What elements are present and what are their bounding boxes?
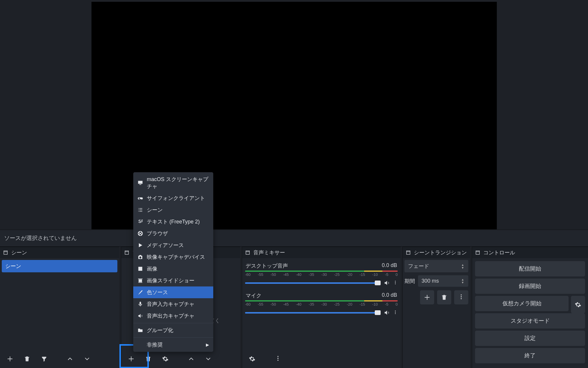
text-icon xyxy=(137,219,143,225)
duration-input[interactable]: 300 ms ▲▼ xyxy=(418,275,468,287)
duration-spinner[interactable]: ▲▼ xyxy=(461,278,465,284)
volume-slider[interactable] xyxy=(245,282,381,284)
context-menu-label: テキスト (FreeType 2) xyxy=(147,218,200,225)
start-virtual-cam-button[interactable]: 仮想カメラ開始 xyxy=(475,296,569,311)
remove-transition-button[interactable] xyxy=(437,290,451,304)
mixer-channel-name: マイク xyxy=(246,292,261,299)
channel-menu-icon[interactable] xyxy=(393,309,398,316)
dock-icon xyxy=(406,250,411,255)
context-menu-label: グループ化 xyxy=(147,327,173,334)
volume-slider[interactable] xyxy=(245,312,381,314)
mixer-meter xyxy=(245,300,398,301)
scenes-panel: シーン シーン xyxy=(0,247,119,368)
scenes-panel-header[interactable]: シーン xyxy=(0,247,119,258)
chevron-down-icon xyxy=(205,356,211,362)
source-properties-button[interactable] xyxy=(158,352,172,366)
slider-thumb[interactable] xyxy=(375,310,381,315)
studio-mode-button[interactable]: スタジオモード xyxy=(475,313,585,329)
docks-row: シーン シーン ソース てく xyxy=(0,247,588,368)
remove-source-button[interactable] xyxy=(141,352,155,366)
slider-thumb[interactable] xyxy=(375,281,381,285)
slideshow-icon xyxy=(137,278,143,284)
start-streaming-button[interactable]: 配信開始 xyxy=(475,261,585,276)
scene-down-button[interactable] xyxy=(80,352,94,366)
dots-icon xyxy=(275,356,281,362)
context-menu-separator xyxy=(133,323,213,323)
context-menu-label: 画像 xyxy=(147,265,157,272)
speaker-icon xyxy=(137,313,143,319)
list-icon xyxy=(137,207,143,213)
start-recording-button[interactable]: 録画開始 xyxy=(475,279,585,294)
scenes-title: シーン xyxy=(11,249,27,256)
context-menu-item[interactable]: 画像スライドショー xyxy=(133,275,213,286)
scenes-list[interactable]: シーン xyxy=(0,258,119,349)
scene-list-item[interactable]: シーン xyxy=(2,260,117,272)
transition-spinner[interactable]: ▲▼ xyxy=(461,263,465,269)
transition-menu-button[interactable] xyxy=(454,290,468,304)
context-menu-item[interactable]: テキスト (FreeType 2) xyxy=(133,216,213,228)
transition-selected-label: フェード xyxy=(408,263,429,270)
context-menu-item[interactable]: 画像 xyxy=(133,263,213,275)
mixer-ticks: -60-55-50-45-40-35-30-25-20-15-10-50 xyxy=(245,272,398,277)
mixer-menu-button[interactable] xyxy=(271,352,285,366)
transitions-panel: シーントランジション フェード ▲▼ 期間 300 ms ▲▼ xyxy=(402,247,470,368)
source-up-button[interactable] xyxy=(184,352,198,366)
context-menu-item[interactable]: サイフォンクライアント xyxy=(133,192,213,204)
controls-panel-header[interactable]: コントロール xyxy=(472,247,588,258)
controls-panel: コントロール 配信開始 録画開始 仮想カメラ開始 スタジオモード 設定 終了 xyxy=(472,247,588,368)
mixer-channel: マイク0.0 dB -60-55-50-45-40-35-30-25-20-15… xyxy=(244,290,399,319)
mixer-advanced-button[interactable] xyxy=(245,352,259,366)
context-menu-item[interactable]: 音声出力キャプチャ xyxy=(133,310,213,322)
mic-icon xyxy=(137,301,143,307)
speaker-icon[interactable] xyxy=(384,309,390,316)
context-menu-item[interactable]: 色ソース xyxy=(133,286,213,298)
add-transition-button[interactable] xyxy=(420,290,434,304)
exit-button[interactable]: 終了 xyxy=(475,348,585,363)
virtual-cam-settings-button[interactable] xyxy=(571,296,585,313)
channel-menu-icon[interactable] xyxy=(393,280,398,286)
dock-icon xyxy=(475,250,480,255)
dock-icon xyxy=(245,250,250,255)
scenes-footer xyxy=(0,349,119,368)
context-menu-item[interactable]: メディアソース xyxy=(133,239,213,251)
sources-footer xyxy=(121,349,240,368)
duration-value: 300 ms xyxy=(422,278,439,284)
settings-button[interactable]: 設定 xyxy=(475,331,585,346)
add-scene-button[interactable] xyxy=(3,352,17,366)
remove-scene-button[interactable] xyxy=(20,352,34,366)
context-menu-label: 色ソース xyxy=(147,289,168,296)
context-menu-deprecated[interactable]: 非推奨▶ xyxy=(133,339,213,351)
context-menu-label: 非推奨 xyxy=(147,341,163,348)
scene-up-button[interactable] xyxy=(63,352,77,366)
audio-mixer-panel: 音声ミキサー デスクトップ音声0.0 dB -60-55-50-45-40-35… xyxy=(242,247,401,368)
source-down-button[interactable] xyxy=(201,352,215,366)
dock-icon xyxy=(124,250,129,255)
transitions-panel-header[interactable]: シーントランジション xyxy=(403,247,470,258)
transition-select[interactable]: フェード ▲▼ xyxy=(404,260,468,272)
context-menu-item[interactable]: 映像キャプチャデバイス xyxy=(133,251,213,263)
brush-icon xyxy=(137,289,143,295)
context-menu-item[interactable]: 音声入力キャプチャ xyxy=(133,298,213,310)
plus-icon xyxy=(7,356,13,362)
context-menu-item[interactable]: macOS スクリーンキャプチャ xyxy=(133,173,213,192)
scene-filter-button[interactable] xyxy=(37,352,51,366)
context-menu-item[interactable]: シーン xyxy=(133,204,213,216)
mixer-channel: デスクトップ音声0.0 dB -60-55-50-45-40-35-30-25-… xyxy=(244,260,399,290)
trash-icon xyxy=(441,294,447,301)
mixer-panel-header[interactable]: 音声ミキサー xyxy=(242,247,401,258)
context-menu-label: 映像キャプチャデバイス xyxy=(147,253,205,261)
image-icon xyxy=(137,266,143,272)
context-menu-group[interactable]: グループ化 xyxy=(133,324,213,336)
trash-icon xyxy=(145,356,151,362)
mixer-channel-db: 0.0 dB xyxy=(382,262,397,269)
mixer-meter xyxy=(245,271,398,272)
context-menu-label: 音声出力キャプチャ xyxy=(147,312,194,319)
globe-icon xyxy=(137,231,143,236)
add-source-button[interactable] xyxy=(124,352,138,366)
speaker-icon[interactable] xyxy=(384,280,390,286)
transitions-body: フェード ▲▼ 期間 300 ms ▲▼ xyxy=(403,258,470,368)
context-menu-label: シーン xyxy=(147,206,163,213)
play-icon xyxy=(137,242,143,248)
context-menu-item[interactable]: ブラウザ xyxy=(133,228,213,239)
monitor-icon xyxy=(137,180,143,186)
